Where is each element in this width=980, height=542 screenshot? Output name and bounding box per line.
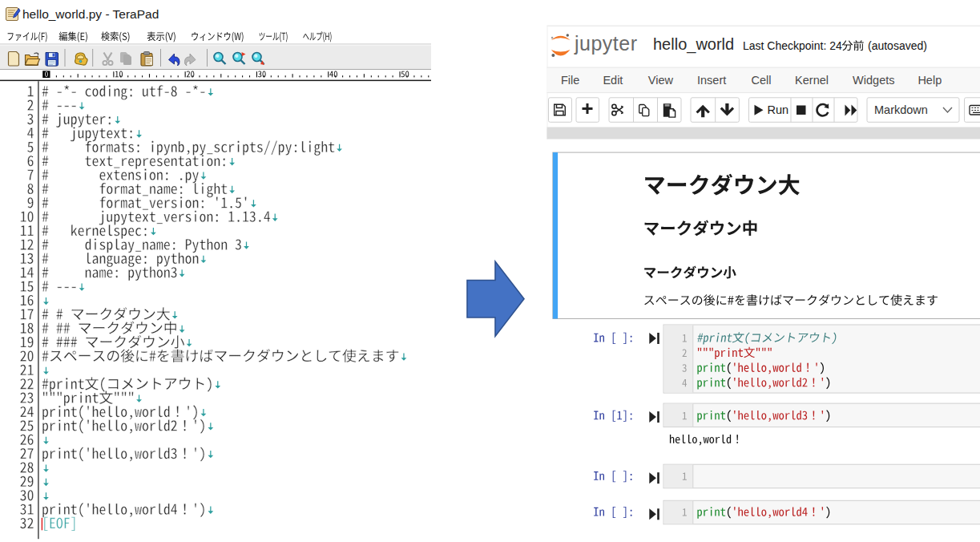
svg-text:hello_world.py - TeraPad: hello_world.py - TeraPad [22,7,159,21]
svg-text:jupyter: jupyter [574,32,638,55]
svg-text:Cell: Cell [752,74,772,87]
svg-text:File: File [561,74,579,87]
svg-text:Last Checkpoint: 24: Last Checkpoint: 24 [743,39,842,52]
svg-text:Kernel: Kernel [795,74,829,87]
svg-text:View: View [648,74,674,87]
svg-text:hello_world: hello_world [653,35,734,54]
svg-text:Widgets: Widgets [853,74,894,87]
svg-text:(autosaved): (autosaved) [868,39,927,52]
svg-text:Help: Help [917,74,942,87]
svg-text:Insert: Insert [697,74,726,87]
svg-text:Run: Run [768,103,789,116]
svg-text:Markdown: Markdown [874,103,928,116]
svg-text:Edit: Edit [603,74,623,87]
